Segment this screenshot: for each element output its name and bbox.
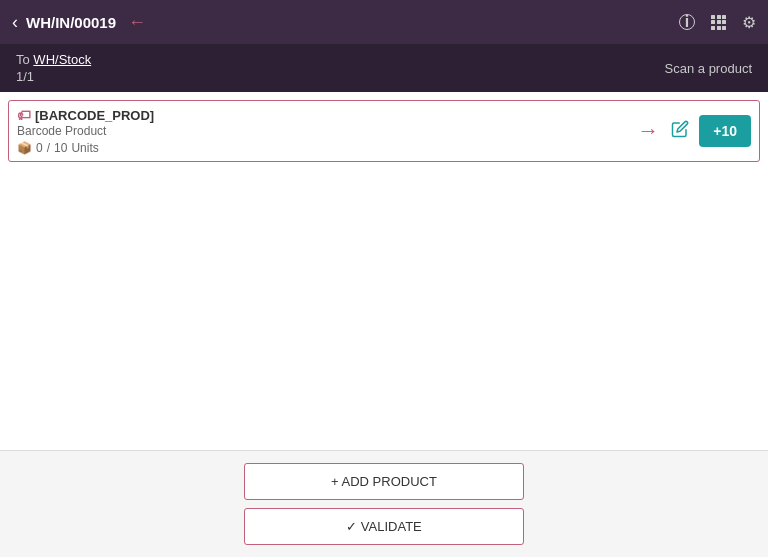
qty-separator: /	[47, 141, 50, 155]
product-list: 🏷 [BARCODE_PROD] Barcode Product 📦 0 / 1…	[0, 92, 768, 279]
sub-header: To WH/Stock 1/1 Scan a product	[0, 44, 768, 92]
page-indicator: 1/1	[16, 69, 91, 84]
empty-space	[0, 279, 768, 450]
info-circle: i	[679, 14, 695, 30]
qty-unit: Units	[71, 141, 98, 155]
main-content: 🏷 [BARCODE_PROD] Barcode Product 📦 0 / 1…	[0, 92, 768, 450]
grid-icon[interactable]	[711, 15, 726, 30]
barcode-icon: 🏷	[17, 107, 31, 123]
arrow-indicator-icon: →	[637, 118, 659, 144]
product-code: 🏷 [BARCODE_PROD]	[17, 107, 625, 123]
bottom-area: + ADD PRODUCT ✓ VALIDATE	[0, 450, 768, 557]
info-icon[interactable]: i	[679, 13, 695, 31]
location-link[interactable]: WH/Stock	[33, 52, 91, 67]
plus10-button[interactable]: +10	[699, 115, 751, 147]
top-bar: ‹ WH/IN/00019 ← i ⚙	[0, 0, 768, 44]
product-code-text: [BARCODE_PROD]	[35, 108, 154, 123]
pencil-icon	[671, 120, 689, 138]
settings-icon[interactable]: ⚙	[742, 13, 756, 32]
validate-button[interactable]: ✓ VALIDATE	[244, 508, 524, 545]
top-bar-icons: i ⚙	[679, 13, 756, 32]
table-row: 🏷 [BARCODE_PROD] Barcode Product 📦 0 / 1…	[8, 100, 760, 162]
grid-dots	[711, 15, 726, 30]
scan-product-label: Scan a product	[665, 61, 752, 76]
top-bar-left: ‹ WH/IN/00019 ←	[12, 12, 146, 33]
sub-header-left: To WH/Stock 1/1	[16, 52, 91, 84]
qty-icon: 📦	[17, 141, 32, 155]
qty-done: 0	[36, 141, 43, 155]
product-qty: 📦 0 / 10 Units	[17, 141, 625, 155]
validate-label: ✓ VALIDATE	[346, 519, 422, 534]
document-title: WH/IN/00019	[26, 14, 116, 31]
qty-total: 10	[54, 141, 67, 155]
title-arrow-icon: ←	[128, 12, 146, 33]
edit-button[interactable]	[671, 120, 689, 142]
back-button[interactable]: ‹	[12, 12, 18, 33]
back-icon: ‹	[12, 12, 18, 33]
to-location: To WH/Stock	[16, 52, 91, 67]
product-name: Barcode Product	[17, 124, 625, 138]
product-info: 🏷 [BARCODE_PROD] Barcode Product 📦 0 / 1…	[17, 107, 625, 155]
to-label: To	[16, 52, 30, 67]
add-product-label: + ADD PRODUCT	[331, 474, 437, 489]
add-product-button[interactable]: + ADD PRODUCT	[244, 463, 524, 500]
